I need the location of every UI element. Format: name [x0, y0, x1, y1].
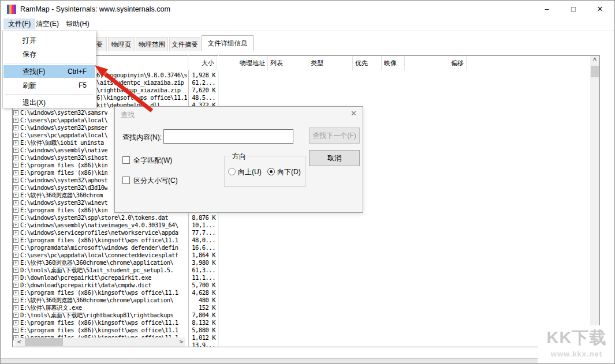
file-size: 48,0... — [146, 237, 215, 244]
file-row[interactable]: +E:\program files (x86)\kingsoft\wps off… — [13, 319, 590, 327]
expand-icon[interactable]: + — [13, 170, 18, 175]
expand-icon[interactable]: + — [13, 305, 18, 310]
file-row[interactable]: +E:\软件\360浏览器\360chrome\chrome\applicati… — [13, 297, 590, 304]
file-row[interactable]: \aitstudentpc_xiazaiba.zip61,2... — [13, 79, 590, 87]
menubar-item-2[interactable]: 帮助(H) — [61, 18, 94, 29]
file-row[interactable]: +C:\programdata\microsoft\windows defend… — [13, 244, 590, 252]
menu-item-label: 打开 — [23, 34, 36, 47]
file-size: 8,876 K — [146, 214, 215, 222]
menu-item-退出(X)[interactable]: 退出(X) — [3, 96, 95, 109]
expand-icon[interactable]: + — [13, 118, 18, 123]
column-header-映像[interactable]: 映像 — [382, 56, 405, 70]
dialog-close-icon[interactable]: ✕ — [351, 109, 357, 118]
expand-icon[interactable]: + — [13, 298, 18, 303]
expand-icon[interactable]: + — [13, 193, 18, 198]
watermark-url: www.kkx.net — [538, 350, 615, 358]
expand-icon[interactable]: + — [13, 230, 18, 235]
find-content-input[interactable] — [163, 129, 293, 144]
expand-icon[interactable]: + — [13, 275, 18, 280]
expand-icon[interactable]: + — [13, 290, 18, 295]
tab-3[interactable]: 文件摘要 — [169, 37, 200, 51]
file-row[interactable]: +E:\program files (x86)\kingsoft\wps off… — [13, 327, 590, 334]
expand-icon[interactable]: + — [13, 283, 18, 288]
radio-selected-icon[interactable] — [267, 168, 275, 175]
menubar-item-1[interactable]: 清空(E) — [31, 18, 64, 29]
expand-icon[interactable]: + — [13, 320, 18, 325]
column-header-偏移[interactable]: 偏移 — [405, 56, 467, 70]
expand-icon[interactable]: + — [13, 328, 18, 333]
expand-icon[interactable]: + — [13, 140, 18, 145]
checkbox-icon[interactable] — [122, 156, 130, 164]
file-row[interactable]: +E:\软件\屏幕识文.exe152 K — [13, 304, 590, 312]
expand-icon[interactable]: + — [13, 268, 18, 273]
vertical-scrollbar-thumb[interactable] — [591, 66, 599, 77]
direction-down-radio[interactable]: 向下(D) — [267, 168, 301, 177]
expand-icon[interactable]: + — [13, 125, 18, 130]
column-header-8[interactable] — [467, 56, 588, 70]
file-row[interactable]: +C:\windows\system32\spp\store\2.0\token… — [13, 214, 590, 222]
expand-icon[interactable]: + — [13, 185, 18, 190]
tab-4[interactable]: 文件详细信息 — [202, 35, 254, 51]
column-header-优先[interactable]: 优先 — [353, 56, 382, 70]
file-size: 77,7... — [146, 229, 215, 237]
maximize-button[interactable]: □ — [560, 1, 587, 18]
expand-icon[interactable]: + — [13, 163, 18, 168]
file-path: D:\download\pcrepairkit\data\cmpdw.dict — [20, 282, 151, 289]
column-header-大小[interactable]: 大小 — [188, 56, 217, 70]
file-row[interactable]: +D:\tools\桌面\下载吧\51ait_student_pc_setup1… — [13, 267, 590, 274]
file-row[interactable]: +D:\tools\桌面\下载吧\rightbackup81\rightback… — [13, 312, 590, 319]
expand-icon[interactable]: + — [13, 215, 18, 220]
close-button[interactable]: ✕ — [587, 1, 613, 18]
file-row[interactable]: +E:\program files (x86)\kingsoft\wps off… — [13, 237, 590, 244]
file-path: C:\windows\system32\sihost — [20, 154, 107, 162]
checkbox-icon[interactable] — [122, 177, 130, 184]
expand-icon[interactable]: + — [13, 200, 18, 205]
file-row[interactable]: +C:\windows\assembly\nativeimages_v4.0.3… — [13, 222, 590, 229]
column-header-物理地址[interactable]: 物理地址 — [217, 56, 268, 70]
file-row[interactable]: +E:\program files (x86)\kingsoft\wps off… — [13, 289, 590, 297]
match-case-checkbox[interactable]: 区分大小写(C) — [122, 177, 178, 185]
scroll-right-icon[interactable]: > — [177, 337, 185, 347]
file-row[interactable]: +E:\软件\360浏览器\360chrome\chrome\applicati… — [13, 259, 590, 267]
file-row[interactable]: +C:\users\pc\appdata\local\connecteddevi… — [13, 252, 590, 259]
menu-item-查找(F)[interactable]: 查找(F)Ctrl+F — [3, 65, 95, 78]
file-row[interactable]: \rightbackup_xiazaiba.zip7,620 K — [13, 87, 590, 94]
direction-up-radio[interactable]: 向上(U) — [228, 168, 262, 177]
expand-icon[interactable]: + — [13, 208, 18, 213]
expand-icon[interactable]: + — [13, 148, 18, 153]
file-path: E:\软件\屏幕识文.exe — [20, 304, 82, 312]
column-header-列表[interactable]: 列表 — [268, 56, 308, 70]
horizontal-scrollbar[interactable]: < > — [15, 337, 185, 347]
scroll-left-icon[interactable]: < — [15, 337, 23, 347]
expand-icon[interactable]: + — [13, 223, 18, 228]
expand-icon[interactable]: + — [13, 133, 18, 138]
file-row[interactable]: +D:\download\pcrepairkit\pcrepairkit.exe… — [13, 274, 590, 282]
file-row[interactable]: 6)\kingsoft\wps office\11.148,5... — [13, 94, 590, 102]
expand-icon[interactable]: + — [13, 178, 18, 183]
menu-item-保存[interactable]: 保存 — [3, 48, 95, 61]
menu-item-label: 查找(F) — [23, 65, 45, 78]
expand-icon[interactable]: + — [13, 110, 18, 115]
file-row[interactable]: 6)\sogoupinyin\9.8.0.3746\s1,928 K — [13, 72, 590, 79]
menu-item-刷新[interactable]: 刷新F5 — [3, 79, 95, 92]
column-header-类型[interactable]: 类型 — [308, 56, 353, 70]
find-next-button[interactable]: 查找下一个(F) — [309, 127, 360, 144]
expand-icon[interactable]: + — [13, 313, 18, 318]
expand-icon[interactable]: + — [13, 253, 18, 258]
expand-icon[interactable]: + — [13, 245, 18, 250]
radio-icon[interactable] — [228, 168, 236, 175]
file-row[interactable]: +D:\download\pcrepairkit\data\cmpdw.dict… — [13, 282, 590, 289]
expand-icon[interactable]: + — [13, 155, 18, 160]
cancel-button[interactable]: 取消 — [309, 150, 360, 166]
minimize-button[interactable]: – — [534, 1, 560, 18]
expand-icon[interactable]: + — [13, 260, 18, 265]
vertical-scrollbar[interactable]: ^ — [590, 56, 599, 347]
whole-word-checkbox[interactable]: 全字匹配(W) — [122, 156, 172, 164]
horizontal-scrollbar-thumb[interactable] — [25, 338, 63, 346]
file-row[interactable]: +C:\windows\serviceprofiles\networkservi… — [13, 229, 590, 237]
menu-item-打开[interactable]: 打开 — [3, 34, 95, 47]
scroll-up-icon[interactable]: ^ — [590, 56, 599, 65]
tab-1[interactable]: 物理页 — [108, 37, 135, 51]
expand-icon[interactable]: + — [13, 238, 18, 243]
tab-2[interactable]: 物理范围 — [136, 37, 168, 51]
